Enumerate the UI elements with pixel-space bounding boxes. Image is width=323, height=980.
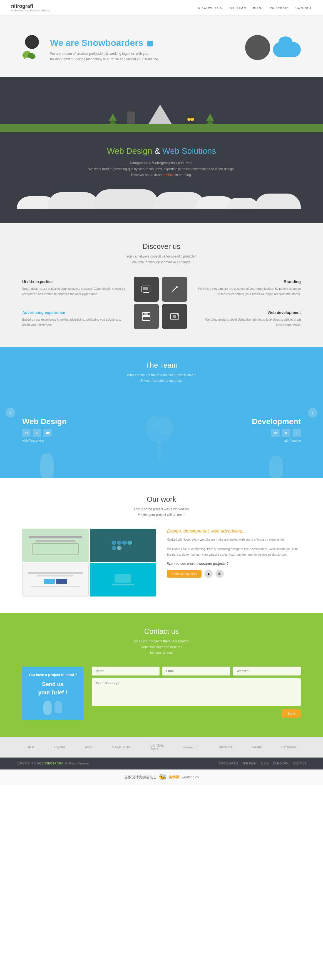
carousel-right-arrow[interactable]: › (308, 408, 317, 417)
tool-ps: Ps (22, 429, 30, 437)
hero-title: We are Snowboarders (50, 38, 159, 48)
team-title: The Team (22, 361, 301, 369)
nav-work[interactable]: OUR WORK (269, 6, 289, 10)
footer-nav-contact[interactable]: CONTACT (293, 762, 306, 765)
nav-blog[interactable]: BLOG (253, 6, 263, 10)
tool-ai: Ai (33, 429, 41, 437)
name-input[interactable] (92, 667, 159, 676)
icon-box-1 (134, 277, 159, 302)
expertise-adv-text: Based on our experience in online advert… (22, 317, 126, 327)
nav-discover[interactable]: DISCOVER US (198, 6, 222, 10)
watermark-prefix: 更多设计资源请点击 (124, 775, 157, 780)
hero-highlight: Snowboarders (81, 38, 143, 48)
expertise-brand-text: We'll help you capture the essence of yo… (197, 286, 301, 296)
expertise-adv-title: Advertising experience (22, 310, 126, 315)
hero-description: We are a team of creative professionals … (50, 51, 159, 62)
team-tools-left: Ps Ai ⌨ (22, 429, 67, 437)
cloud-6 (226, 198, 259, 209)
team-name-right: with Yassine (252, 439, 301, 442)
partner-pg: P&G (85, 745, 92, 749)
contact-title: Contact us (22, 627, 301, 636)
website-input[interactable] (233, 667, 301, 676)
webdesign-section: Web Design & Web Solutions Nitrografix i… (0, 132, 323, 223)
expertise-brand-title: Branding (197, 280, 301, 284)
logo[interactable]: nitrografi WEBDESIGN & WEB SOLUTIONS (11, 3, 50, 12)
watermark-url: woofeng.cn (182, 775, 199, 779)
footer-nav-blog[interactable]: BLOG (261, 762, 269, 765)
brief-fox (54, 701, 62, 713)
team-name-left: with Alessandro (22, 439, 67, 442)
svg-point-11 (157, 417, 175, 435)
hero-mascot (22, 35, 45, 60)
work-section: Our work This is some project we've work… (0, 478, 323, 614)
svg-rect-6 (142, 317, 150, 320)
screenshot-3 (22, 563, 89, 597)
work-btn-circle-2[interactable]: ◎ (215, 570, 224, 578)
work-description: This is some project we've worked on. Ma… (22, 506, 301, 518)
svg-text:IAB: IAB (144, 313, 148, 315)
expertise-ui-text: Smart designs are critical to your websi… (22, 286, 126, 296)
webdesign-amp: & (154, 146, 160, 156)
main-nav: DISCOVER US THE TEAM BLOG OUR WORK CONTA… (198, 6, 312, 10)
svg-rect-2 (143, 287, 148, 290)
sun-decoration (25, 35, 39, 49)
expertise-webdev: Web development We bring designs alive! … (197, 307, 301, 330)
webdesign-right: Web Solutions (162, 146, 216, 156)
hero-right (245, 29, 301, 60)
footer-nav-team[interactable]: THE TEAM (242, 762, 256, 765)
team-role-left: Web Design (22, 417, 67, 426)
logo-text: nitrografi (11, 3, 33, 9)
hero-section: We are Snowboarders We are a team of cre… (0, 16, 323, 77)
ground-strip (0, 124, 323, 132)
footer-nav-discover[interactable]: DISCOVER US (219, 762, 238, 765)
email-input[interactable] (162, 667, 230, 676)
webdesign-title: Web Design & Web Solutions (22, 146, 301, 156)
expertise-ui-ux: Ui / Ux expertise Smart designs are crit… (22, 277, 126, 299)
center-icons: IAB (134, 277, 189, 330)
contact-brief: You have a project in mind ? Send us you… (22, 667, 83, 720)
expertise-right-col: Branding We'll help you capture the esse… (197, 277, 301, 330)
nav-contact[interactable]: CONTACT (296, 6, 312, 10)
discover-description: You can always consult us for specific p… (22, 254, 301, 266)
nav-team[interactable]: THE TEAM (229, 6, 246, 10)
work-btn-circle-1[interactable]: ▲ (204, 570, 213, 578)
work-title: Our work (22, 495, 301, 504)
brief-owl (43, 701, 52, 715)
brief-line2: Send us (42, 681, 64, 687)
discover-title: Discover us (22, 242, 301, 251)
tool-gear: ⚙ (282, 429, 290, 437)
partner-nestle: Nestlé (252, 745, 262, 749)
webdesign-description: Nitrografix is a WebAgency based in Pari… (22, 160, 301, 178)
work-info-text1: Crafted with love, every website we make… (167, 537, 301, 542)
work-screenshots (22, 529, 156, 597)
expertise-ui-title: Ui / Ux expertise (22, 280, 126, 284)
contact-content: You have a project in mind ? Send us you… (22, 667, 301, 720)
form-row-top (92, 667, 301, 676)
snowboard-icon (147, 41, 153, 46)
screenshot-2 (90, 529, 156, 562)
screenshot-1 (22, 529, 89, 562)
footer-brand: NITROGRAFIX (44, 762, 62, 765)
work-buttons: Check out our blog ▲ ◎ (167, 570, 301, 578)
carousel-left-arrow[interactable]: ‹ (6, 408, 15, 417)
freebies-link[interactable]: freebies (162, 173, 175, 177)
submit-button[interactable]: Send (282, 710, 301, 718)
svg-point-3 (176, 286, 178, 288)
work-header: Our work This is some project we've work… (22, 495, 301, 518)
brief-line1: You have a project in mind ? (29, 672, 77, 678)
svg-point-8 (173, 315, 176, 318)
contact-description: For all your projects there is a solutio… (22, 638, 301, 655)
fox-animal (40, 453, 54, 478)
logo-sub: WEBDESIGN & WEB SOLUTIONS (11, 9, 50, 12)
partner-loreal: L'ORÉALPARIS (151, 744, 164, 751)
blog-button[interactable]: Check out our blog (167, 570, 202, 578)
cloud-decoration (273, 42, 301, 57)
partner-carrefour: Carrefour (281, 745, 297, 749)
tool-kb: ⌨ (43, 429, 52, 437)
team-role-right: Development (252, 417, 301, 426)
message-textarea[interactable] (92, 678, 301, 706)
watermark: 更多设计资源请点击 🐝 黄蜂网 woofeng.cn (0, 770, 323, 785)
discover-section: Discover us You can always consult us fo… (0, 223, 323, 347)
owl-animal (269, 456, 283, 478)
footer-nav-work[interactable]: OUR WORK (273, 762, 288, 765)
